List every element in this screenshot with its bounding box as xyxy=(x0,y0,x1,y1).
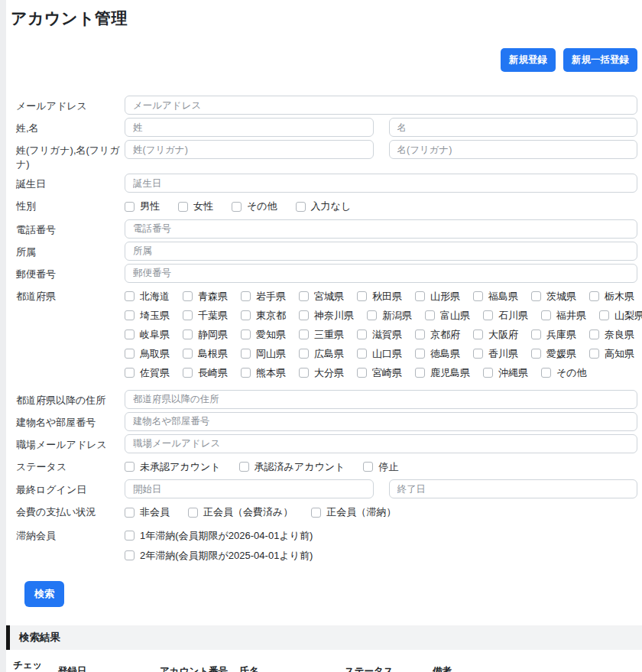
checkbox[interactable] xyxy=(531,291,541,301)
prefecture-checkbox[interactable]: 埼玉県 xyxy=(125,309,170,323)
checkbox[interactable] xyxy=(367,310,377,320)
checkbox[interactable] xyxy=(299,310,309,320)
checkbox[interactable] xyxy=(183,310,193,320)
prefecture-checkbox[interactable]: 宮崎県 xyxy=(357,366,402,380)
payment-checkbox[interactable]: 正会員（会費済み） xyxy=(188,505,293,519)
checkbox[interactable] xyxy=(125,310,135,320)
checkbox[interactable] xyxy=(531,330,541,339)
checkbox[interactable] xyxy=(183,368,193,378)
checkbox[interactable] xyxy=(125,462,135,472)
arrears-checkbox[interactable]: 1年滞納(会員期限が2026-04-01より前) xyxy=(125,529,637,543)
bulk-registration-button[interactable]: 新規一括登録 xyxy=(563,48,637,72)
checkbox[interactable] xyxy=(415,330,425,339)
status-checkbox[interactable]: 未承認アカウント xyxy=(125,460,221,474)
last-name-field[interactable] xyxy=(125,118,374,137)
prefecture-checkbox[interactable]: 高知県 xyxy=(589,347,634,361)
checkbox[interactable] xyxy=(239,462,249,472)
prefecture-checkbox[interactable]: 兵庫県 xyxy=(531,328,576,342)
prefecture-checkbox[interactable]: 東京都 xyxy=(241,309,286,323)
prefecture-checkbox[interactable]: 熊本県 xyxy=(241,366,286,380)
prefecture-checkbox[interactable]: 新潟県 xyxy=(367,309,412,323)
prefecture-checkbox[interactable]: 富山県 xyxy=(425,309,470,323)
prefecture-checkbox[interactable]: 岩手県 xyxy=(241,290,286,304)
checkbox[interactable] xyxy=(125,550,135,560)
prefecture-checkbox[interactable]: 三重県 xyxy=(299,328,344,342)
checkbox[interactable] xyxy=(125,508,135,518)
prefecture-checkbox[interactable]: その他 xyxy=(541,366,587,380)
gender-checkbox[interactable]: 入力なし xyxy=(296,200,352,213)
prefecture-checkbox[interactable]: 長崎県 xyxy=(183,366,228,380)
checkbox[interactable] xyxy=(541,310,551,320)
building-field[interactable] xyxy=(125,412,637,431)
login-start-date-field[interactable] xyxy=(125,479,374,498)
checkbox[interactable] xyxy=(589,291,599,301)
prefecture-checkbox[interactable]: 鹿児島県 xyxy=(415,366,470,380)
checkbox[interactable] xyxy=(415,349,425,359)
prefecture-checkbox[interactable]: 徳島県 xyxy=(415,347,460,361)
prefecture-checkbox[interactable]: 愛媛県 xyxy=(531,347,576,361)
checkbox[interactable] xyxy=(232,202,242,212)
payment-checkbox[interactable]: 正会員（滞納） xyxy=(311,505,396,519)
checkbox[interactable] xyxy=(183,291,193,301)
prefecture-checkbox[interactable]: 島根県 xyxy=(183,347,228,361)
checkbox[interactable] xyxy=(183,330,193,339)
payment-checkbox[interactable]: 非会員 xyxy=(125,505,170,519)
gender-checkbox[interactable]: 男性 xyxy=(125,200,160,213)
checkbox[interactable] xyxy=(299,349,309,359)
gender-checkbox[interactable]: その他 xyxy=(232,200,277,213)
checkbox[interactable] xyxy=(357,349,367,359)
prefecture-checkbox[interactable]: 佐賀県 xyxy=(125,366,170,380)
prefecture-checkbox[interactable]: 京都府 xyxy=(415,328,460,342)
checkbox[interactable] xyxy=(473,349,483,359)
checkbox[interactable] xyxy=(589,349,599,359)
checkbox[interactable] xyxy=(125,330,135,339)
prefecture-checkbox[interactable]: 山形県 xyxy=(415,290,460,304)
checkbox[interactable] xyxy=(415,368,425,378)
checkbox[interactable] xyxy=(425,310,435,320)
checkbox[interactable] xyxy=(241,330,251,339)
checkbox[interactable] xyxy=(299,330,309,339)
prefecture-checkbox[interactable]: 大阪府 xyxy=(473,328,518,342)
checkbox[interactable] xyxy=(599,310,609,320)
prefecture-checkbox[interactable]: 茨城県 xyxy=(531,290,576,304)
checkbox[interactable] xyxy=(299,291,309,301)
checkbox[interactable] xyxy=(483,310,493,320)
prefecture-checkbox[interactable]: 千葉県 xyxy=(183,309,228,323)
prefecture-checkbox[interactable]: 青森県 xyxy=(183,290,228,304)
prefecture-checkbox[interactable]: 静岡県 xyxy=(183,328,228,342)
status-checkbox[interactable]: 停止 xyxy=(363,460,398,474)
checkbox[interactable] xyxy=(125,368,135,378)
checkbox[interactable] xyxy=(241,310,251,320)
checkbox[interactable] xyxy=(183,349,193,359)
checkbox[interactable] xyxy=(296,202,306,212)
prefecture-checkbox[interactable]: 滋賀県 xyxy=(357,328,402,342)
checkbox[interactable] xyxy=(415,291,425,301)
checkbox[interactable] xyxy=(188,508,198,518)
address-field[interactable] xyxy=(125,390,637,409)
prefecture-checkbox[interactable]: 香川県 xyxy=(473,347,518,361)
checkbox[interactable] xyxy=(311,508,321,518)
prefecture-checkbox[interactable]: 岐阜県 xyxy=(125,328,170,342)
checkbox[interactable] xyxy=(241,291,251,301)
prefecture-checkbox[interactable]: 広島県 xyxy=(299,347,344,361)
work-email-field[interactable] xyxy=(125,434,637,453)
affiliation-field[interactable] xyxy=(125,242,637,261)
checkbox[interactable] xyxy=(241,368,251,378)
login-end-date-field[interactable] xyxy=(389,479,638,498)
prefecture-checkbox[interactable]: 福井県 xyxy=(541,309,586,323)
checkbox[interactable] xyxy=(589,330,599,339)
prefecture-checkbox[interactable]: 石川県 xyxy=(483,309,528,323)
checkbox[interactable] xyxy=(125,291,135,301)
prefecture-checkbox[interactable]: 奈良県 xyxy=(589,328,634,342)
checkbox[interactable] xyxy=(241,349,251,359)
checkbox[interactable] xyxy=(357,368,367,378)
checkbox[interactable] xyxy=(125,531,135,541)
prefecture-checkbox[interactable]: 神奈川県 xyxy=(299,309,354,323)
postal-field[interactable] xyxy=(125,264,637,283)
checkbox[interactable] xyxy=(299,368,309,378)
email-field[interactable] xyxy=(125,96,637,115)
checkbox[interactable] xyxy=(125,202,135,212)
checkbox[interactable] xyxy=(357,330,367,339)
gender-checkbox[interactable]: 女性 xyxy=(178,200,213,213)
first-name-kana-field[interactable] xyxy=(389,140,638,159)
